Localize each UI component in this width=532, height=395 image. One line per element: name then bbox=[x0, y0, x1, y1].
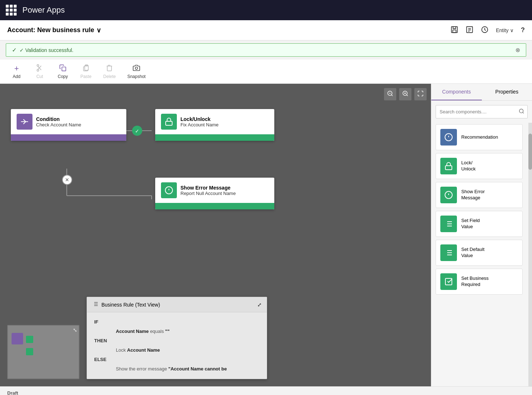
show-error-comp-icon bbox=[440, 187, 457, 203]
top-bar: Power Apps bbox=[0, 0, 532, 20]
component-set-field[interactable]: Set FieldValue bbox=[436, 211, 523, 237]
entity-label: Entity bbox=[496, 27, 509, 33]
header-bar: Account: New business rule ∨ Entity ∨ ? bbox=[0, 20, 532, 40]
text-view-header: Business Rule (Text View) ⤢ bbox=[87, 297, 267, 312]
add-button[interactable]: + Add bbox=[6, 62, 27, 81]
error-node-text: Show Error Message Report Null Account N… bbox=[180, 185, 236, 196]
error-node-header: Show Error Message Report Null Account N… bbox=[155, 178, 274, 203]
add-label: Add bbox=[13, 74, 20, 79]
clock-button[interactable] bbox=[481, 26, 489, 35]
cut-button[interactable]: Cut bbox=[29, 62, 51, 81]
main-content: ✓ Condition Check Account Name ✕ bbox=[0, 84, 532, 386]
set-field-label: Set FieldValue bbox=[461, 218, 480, 230]
fit-icon bbox=[417, 90, 424, 99]
entity-chevron-icon: ∨ bbox=[510, 27, 514, 33]
text-view-panel[interactable]: Business Rule (Text View) ⤢ IF Account N… bbox=[87, 297, 267, 379]
validation-close-button[interactable]: ⊗ bbox=[515, 47, 520, 53]
svg-rect-41 bbox=[445, 166, 452, 170]
error-node-footer bbox=[155, 203, 274, 209]
svg-point-36 bbox=[519, 109, 523, 113]
lock-node[interactable]: Lock/Unlock Fix Account Name bbox=[155, 109, 274, 141]
condition-node-header: Condition Check Account Name bbox=[11, 109, 126, 134]
lock-unlock-label: Lock/Unlock bbox=[461, 160, 476, 172]
zoom-out-icon bbox=[387, 90, 393, 99]
validation-message: ✓ ✓ Validation successful. bbox=[12, 47, 73, 53]
error-node[interactable]: Show Error Message Report Null Account N… bbox=[155, 178, 274, 209]
tv-then-key: THEN bbox=[94, 336, 112, 346]
condition-node-footer bbox=[11, 134, 126, 141]
copy-icon bbox=[59, 64, 66, 73]
zoom-in-button[interactable] bbox=[399, 88, 411, 100]
components-list: Recommendation Lock/Unlock Show ErrorMes… bbox=[431, 123, 528, 386]
copy-label: Copy bbox=[58, 74, 68, 79]
tv-if-key: IF bbox=[94, 317, 112, 327]
svg-point-14 bbox=[135, 67, 138, 69]
report-button[interactable] bbox=[466, 26, 474, 35]
app-title: Power Apps bbox=[22, 5, 65, 15]
zoom-in-icon bbox=[402, 90, 409, 99]
rule-title[interactable]: Account: New business rule ∨ bbox=[7, 26, 101, 34]
tab-properties[interactable]: Properties bbox=[482, 84, 532, 100]
svg-line-19 bbox=[406, 95, 407, 96]
copy-button[interactable]: Copy bbox=[52, 62, 74, 81]
lock-unlock-comp-icon bbox=[440, 158, 457, 174]
mini-map[interactable]: ⤡ bbox=[7, 325, 79, 379]
dropdown-arrow-icon[interactable]: ∨ bbox=[96, 26, 101, 34]
component-show-error[interactable]: Show ErrorMessage bbox=[436, 182, 523, 208]
recommendation-label: Recommendation bbox=[461, 134, 498, 140]
component-recommendation[interactable]: Recommendation bbox=[436, 124, 523, 150]
set-business-required-comp-icon bbox=[440, 273, 457, 290]
paste-button[interactable]: Paste bbox=[75, 62, 97, 81]
save-button[interactable] bbox=[450, 26, 458, 35]
disconnect-button[interactable]: ✕ bbox=[62, 175, 72, 185]
check-icon: ✓ bbox=[12, 47, 17, 53]
svg-point-23 bbox=[132, 126, 142, 136]
tv-if-value: Account Name equals "" bbox=[116, 327, 170, 336]
svg-rect-28 bbox=[166, 121, 172, 125]
svg-point-7 bbox=[37, 69, 39, 71]
svg-line-37 bbox=[523, 112, 524, 113]
search-input[interactable] bbox=[436, 106, 516, 117]
status-text: Draft bbox=[7, 390, 18, 395]
mini-map-expand-button[interactable]: ⤡ bbox=[73, 327, 77, 333]
help-button[interactable]: ? bbox=[521, 26, 525, 34]
tab-components[interactable]: Components bbox=[431, 84, 482, 100]
cut-icon bbox=[36, 64, 43, 73]
paste-label: Paste bbox=[80, 74, 92, 79]
tv-else-value: Show the error message "Account Name can… bbox=[116, 364, 227, 374]
set-business-required-label: Set BusinessRequired bbox=[461, 275, 489, 288]
canvas[interactable]: ✓ Condition Check Account Name ✕ bbox=[0, 84, 431, 386]
entity-button[interactable]: Entity ∨ bbox=[496, 27, 514, 33]
svg-point-8 bbox=[37, 64, 39, 66]
svg-line-16 bbox=[391, 95, 392, 96]
lock-icon bbox=[161, 114, 177, 130]
svg-rect-11 bbox=[62, 67, 66, 71]
text-view-expand-button[interactable]: ⤢ bbox=[257, 302, 262, 308]
zoom-out-button[interactable] bbox=[384, 88, 396, 100]
condition-node[interactable]: Condition Check Account Name bbox=[11, 109, 126, 141]
snapshot-button[interactable]: Snapshot bbox=[122, 62, 151, 81]
validation-text: ✓ Validation successful. bbox=[19, 47, 73, 53]
scrollbar-thumb[interactable] bbox=[528, 134, 532, 170]
help-icon: ? bbox=[521, 26, 525, 34]
tv-else-row: ELSE bbox=[94, 355, 260, 364]
set-field-comp-icon bbox=[440, 216, 457, 232]
cut-label: Cut bbox=[36, 74, 43, 79]
fit-button[interactable] bbox=[414, 88, 427, 100]
scrollbar-track[interactable] bbox=[528, 123, 532, 386]
text-view-body: IF Account Name equals "" THEN Lock Acco… bbox=[87, 312, 267, 379]
component-lock-unlock[interactable]: Lock/Unlock bbox=[436, 153, 523, 179]
delete-button[interactable]: Delete bbox=[98, 62, 121, 81]
component-set-default[interactable]: Set DefaultValue bbox=[436, 240, 523, 266]
delete-label: Delete bbox=[103, 74, 116, 79]
search-icon bbox=[516, 105, 527, 118]
svg-rect-1 bbox=[453, 30, 456, 32]
toolbar: + Add Cut Copy Paste Delete Snapshot bbox=[0, 60, 532, 84]
status-bar: Draft bbox=[0, 386, 532, 395]
component-set-business-required[interactable]: Set BusinessRequired bbox=[436, 269, 523, 295]
validation-bar: ✓ ✓ Validation successful. ⊗ bbox=[6, 43, 526, 57]
waffle-icon[interactable] bbox=[6, 5, 17, 16]
lock-node-subtitle: Fix Account Name bbox=[180, 122, 219, 127]
lock-node-footer bbox=[155, 134, 274, 141]
add-icon: + bbox=[14, 64, 19, 73]
